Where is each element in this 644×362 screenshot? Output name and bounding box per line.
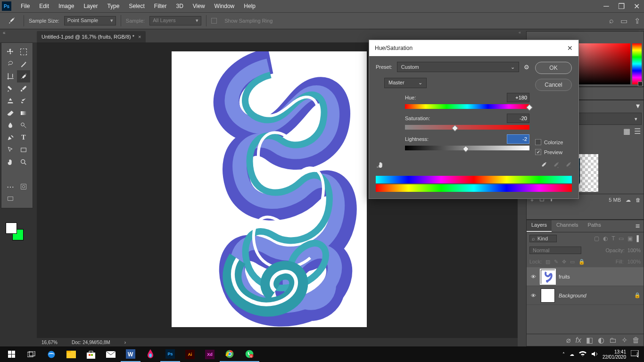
ok-button[interactable]: OK <box>535 62 572 74</box>
quick-mask-tool[interactable] <box>17 181 30 193</box>
channels-tab[interactable]: Channels <box>552 220 583 232</box>
taskbar-illustrator[interactable]: Ai <box>180 346 200 362</box>
saturation-slider-thumb[interactable] <box>452 125 458 132</box>
status-chevron-icon[interactable]: › <box>124 340 126 345</box>
taskbar-explorer[interactable] <box>61 346 81 362</box>
menu-type[interactable]: Type <box>102 1 124 11</box>
new-layer-icon[interactable]: ✧ <box>621 336 627 345</box>
preview-checkbox[interactable]: Preview <box>535 149 562 155</box>
layer-row[interactable]: 👁 fruits <box>527 267 644 286</box>
lock-position-icon[interactable]: ✥ <box>562 259 566 265</box>
menu-file[interactable]: File <box>16 1 34 11</box>
tools-collapse-icon[interactable]: « <box>3 30 6 35</box>
eyedropper-minus-icon[interactable]: - <box>564 161 572 171</box>
menu-edit[interactable]: Edit <box>34 1 54 11</box>
magic-wand-tool[interactable] <box>17 58 30 70</box>
start-button[interactable] <box>2 346 22 362</box>
eraser-tool[interactable] <box>4 107 17 119</box>
tray-onedrive-icon[interactable]: ☁ <box>570 352 574 357</box>
menu-view[interactable]: View <box>188 1 210 11</box>
taskbar-word[interactable]: W <box>121 346 140 362</box>
cancel-button[interactable]: Cancel <box>535 79 572 91</box>
tray-wifi-icon[interactable] <box>579 351 586 358</box>
search-icon[interactable]: ⌕ <box>609 16 614 25</box>
rectangle-tool[interactable] <box>17 144 30 156</box>
layer-name[interactable]: fruits <box>559 274 570 280</box>
layer-filter-kind[interactable]: Kind <box>529 235 557 242</box>
edit-toolbar[interactable]: ⋯ <box>4 181 17 193</box>
layer-visibility-icon[interactable]: 👁 <box>529 274 537 280</box>
filter-toggle-icon[interactable]: ▌ <box>636 235 641 242</box>
tool-icon-eyedropper[interactable] <box>5 15 19 27</box>
move-tool[interactable] <box>4 46 17 58</box>
taskbar-mail[interactable] <box>101 346 121 362</box>
lock-pixels-icon[interactable]: ✎ <box>554 259 558 265</box>
taskbar-whatsapp[interactable]: 6 <box>239 346 259 362</box>
lib-trash-icon[interactable]: 🗑 <box>636 197 641 203</box>
path-selection-tool[interactable] <box>4 144 17 156</box>
layers-tab[interactable]: Layers <box>527 220 552 232</box>
lightness-slider-thumb[interactable] <box>462 146 469 152</box>
eyedropper-icon[interactable] <box>540 161 547 171</box>
color-swatches[interactable] <box>6 222 25 241</box>
task-view-button[interactable] <box>22 346 41 362</box>
window-minimize[interactable]: ─ <box>599 0 614 12</box>
fill-value[interactable]: 100% <box>627 259 641 264</box>
edit-select[interactable]: Master⌄ <box>384 78 427 88</box>
filter-type-icon[interactable]: T <box>611 235 615 242</box>
hue-slider[interactable] <box>632 43 642 84</box>
eyedropper-tool[interactable] <box>17 70 30 82</box>
pen-tool[interactable] <box>4 132 17 144</box>
layer-mask-icon[interactable]: ◧ <box>586 336 593 345</box>
preset-options-icon[interactable]: ⚙ <box>524 64 529 71</box>
layer-visibility-icon[interactable]: 👁 <box>529 293 537 298</box>
color-picker-pointer[interactable] <box>638 82 643 86</box>
scrubby-icon[interactable] <box>376 161 385 171</box>
document-tab-close[interactable]: × <box>138 34 141 40</box>
doc-size[interactable]: Doc: 24,9M/50,8M <box>72 340 110 345</box>
hue-slider-thumb[interactable] <box>526 104 533 111</box>
menu-image[interactable]: Image <box>54 1 79 11</box>
zoom-tool[interactable] <box>17 156 30 168</box>
lightness-slider[interactable] <box>405 146 529 150</box>
share-icon[interactable]: ⇪ <box>634 16 640 25</box>
taskbar-chrome[interactable] <box>220 346 239 362</box>
filter-smart-icon[interactable]: ▣ <box>627 235 633 242</box>
foreground-color-swatch[interactable] <box>6 222 17 234</box>
taskbar-edge[interactable] <box>41 346 61 362</box>
healing-brush-tool[interactable] <box>4 82 17 95</box>
taskbar-paint3d[interactable] <box>140 346 160 362</box>
lock-artboard-icon[interactable]: ▭ <box>570 259 575 265</box>
lasso-tool[interactable] <box>4 58 17 70</box>
menu-select[interactable]: Select <box>124 1 149 11</box>
link-layers-icon[interactable]: ⌀ <box>566 336 571 345</box>
paths-tab[interactable]: Paths <box>583 220 606 232</box>
colorize-checkbox[interactable]: Colorize <box>535 139 563 145</box>
dodge-tool[interactable] <box>17 119 30 132</box>
tray-overflow-icon[interactable]: ˄ <box>562 352 565 357</box>
dialog-titlebar[interactable]: Hue/Saturation ✕ <box>369 40 578 56</box>
menu-layer[interactable]: Layer <box>79 1 102 11</box>
tray-volume-icon[interactable] <box>591 351 598 358</box>
panel-menu-icon[interactable]: ▾ <box>636 101 644 110</box>
tray-notifications-icon[interactable]: 2 <box>631 350 639 359</box>
blend-mode-select[interactable]: Normal <box>529 247 581 254</box>
document-canvas[interactable] <box>172 51 367 327</box>
lock-all-icon[interactable]: 🔒 <box>578 259 585 265</box>
eyedropper-plus-icon[interactable]: + <box>552 161 560 171</box>
adjustment-layer-icon[interactable]: ◐ <box>598 336 604 345</box>
layer-name[interactable]: Background <box>559 293 586 298</box>
menu-filter[interactable]: Filter <box>149 1 172 11</box>
hue-slider[interactable] <box>405 104 529 109</box>
crop-tool[interactable] <box>4 70 17 82</box>
lib-grid-view-icon[interactable]: ▦ <box>623 127 630 136</box>
layer-lock-icon[interactable]: 🔒 <box>634 292 641 298</box>
blur-tool[interactable] <box>4 119 17 132</box>
gradient-tool[interactable] <box>17 107 30 119</box>
taskbar-store[interactable] <box>81 346 101 362</box>
zoom-level[interactable]: 16,67% <box>41 340 58 345</box>
workspace-icon[interactable]: ▭ <box>620 16 627 25</box>
layer-thumbnail[interactable] <box>541 270 555 284</box>
saturation-slider[interactable] <box>405 125 529 130</box>
collapse-chevron-icon[interactable]: « <box>518 29 526 36</box>
